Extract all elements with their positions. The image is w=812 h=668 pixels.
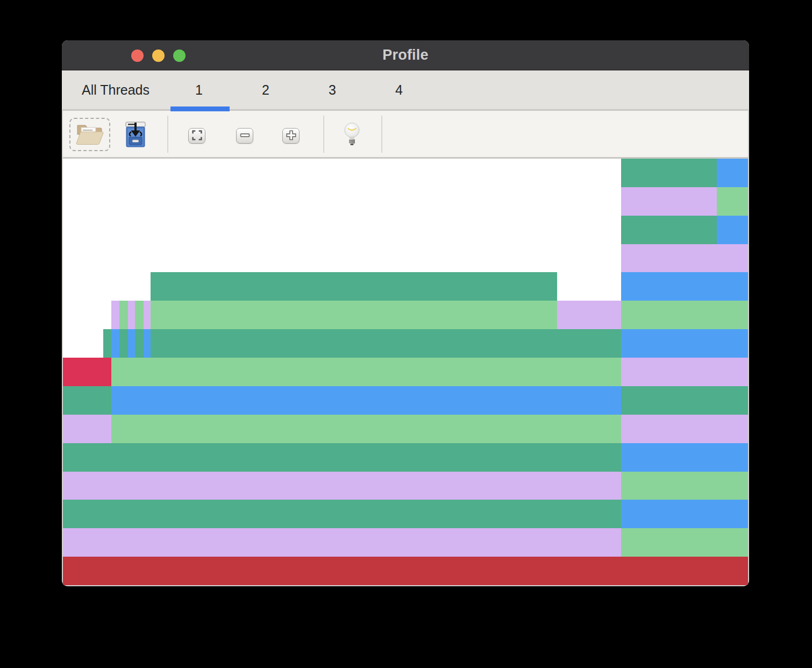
flame-segment[interactable] <box>128 329 135 358</box>
flame-segment[interactable] <box>119 329 128 358</box>
minus-icon <box>240 130 250 142</box>
flame-row <box>63 159 748 187</box>
flame-row <box>63 557 748 585</box>
flame-segment[interactable] <box>621 187 717 216</box>
toolbar-separator <box>167 116 168 153</box>
flame-row <box>63 500 748 528</box>
flame-segment[interactable] <box>621 386 748 415</box>
flame-segment[interactable] <box>135 301 144 329</box>
window-title: Profile <box>382 47 428 63</box>
tab-thread-2[interactable]: 2 <box>228 70 303 109</box>
close-button[interactable] <box>131 49 144 62</box>
flame-segment[interactable] <box>111 301 119 329</box>
main-area <box>63 109 748 585</box>
flame-row <box>63 244 748 273</box>
flame-segment[interactable] <box>144 329 151 358</box>
flame-row <box>63 358 748 386</box>
flame-segment[interactable] <box>63 500 621 528</box>
flame-segment[interactable] <box>621 472 748 500</box>
flame-segment[interactable] <box>144 301 151 329</box>
minimize-button[interactable] <box>152 49 165 62</box>
flame-segment[interactable] <box>621 301 748 329</box>
hint-button[interactable] <box>344 122 360 151</box>
zoom-in-button[interactable] <box>282 128 300 144</box>
flame-segment[interactable] <box>63 443 621 472</box>
flame-graph <box>63 159 748 585</box>
plus-icon <box>286 130 296 142</box>
flame-segment[interactable] <box>621 528 748 557</box>
tab-thread-1[interactable]: 1 <box>161 70 237 109</box>
tab-thread-4[interactable]: 4 <box>361 70 437 109</box>
flame-row <box>63 329 748 358</box>
toolbar-separator <box>381 116 382 153</box>
flame-segment[interactable] <box>621 443 748 472</box>
flame-row <box>63 443 748 472</box>
flame-row <box>63 415 748 443</box>
flame-segment[interactable] <box>621 216 717 244</box>
zoom-button[interactable] <box>173 49 186 62</box>
fit-screen-icon <box>192 130 202 142</box>
flame-segment[interactable] <box>128 301 135 329</box>
flame-segment[interactable] <box>557 301 621 329</box>
flame-segment[interactable] <box>111 358 621 386</box>
flame-segment[interactable] <box>621 415 748 443</box>
archive-download-icon <box>125 141 146 150</box>
zoom-fit-button[interactable] <box>188 128 205 144</box>
flame-segment[interactable] <box>63 472 621 500</box>
tab-all-threads[interactable]: All Threads <box>78 70 153 109</box>
flame-segment[interactable] <box>621 159 717 187</box>
flame-row <box>63 216 748 244</box>
flame-segment[interactable] <box>63 358 111 386</box>
flame-segment[interactable] <box>151 272 557 301</box>
flame-segment[interactable] <box>717 187 748 216</box>
flame-row <box>63 528 748 557</box>
flame-segment[interactable] <box>621 272 748 301</box>
tab-thread-3[interactable]: 3 <box>295 70 370 109</box>
flame-segment[interactable] <box>111 415 621 443</box>
flame-segment[interactable] <box>717 159 748 187</box>
toolbar <box>63 111 748 159</box>
flame-segment[interactable] <box>63 386 111 415</box>
flame-segment[interactable] <box>103 329 111 358</box>
flame-segment[interactable] <box>111 329 119 358</box>
zoom-out-button[interactable] <box>236 128 253 144</box>
flame-segment[interactable] <box>621 500 748 528</box>
flame-row <box>63 472 748 500</box>
toolbar-separator <box>323 116 324 153</box>
window-controls <box>62 40 186 70</box>
flame-segment[interactable] <box>717 216 748 244</box>
flame-segment[interactable] <box>621 358 748 386</box>
lightbulb-icon <box>344 143 360 151</box>
flame-row <box>63 386 748 415</box>
flame-segment[interactable] <box>119 301 128 329</box>
export-button[interactable] <box>125 122 146 150</box>
flame-segment[interactable] <box>621 244 748 273</box>
flame-segment[interactable] <box>63 557 748 585</box>
flame-segment[interactable] <box>135 329 144 358</box>
open-file-button[interactable] <box>69 118 110 151</box>
folder-open-icon <box>75 122 104 147</box>
flame-segment[interactable] <box>621 329 748 358</box>
flame-segment[interactable] <box>111 386 621 415</box>
flame-segment[interactable] <box>151 301 557 329</box>
flame-segment[interactable] <box>151 329 621 358</box>
flame-segment[interactable] <box>63 528 621 557</box>
titlebar[interactable]: Profile <box>62 40 749 70</box>
selected-tab-indicator <box>170 106 230 111</box>
profile-window: Profile All Threads 1 2 3 4 <box>62 40 749 586</box>
thread-tab-bar: All Threads 1 2 3 4 <box>62 70 749 109</box>
flame-row <box>63 272 748 301</box>
flame-segment[interactable] <box>63 415 111 443</box>
flame-row <box>63 301 748 329</box>
flame-row <box>63 187 748 216</box>
